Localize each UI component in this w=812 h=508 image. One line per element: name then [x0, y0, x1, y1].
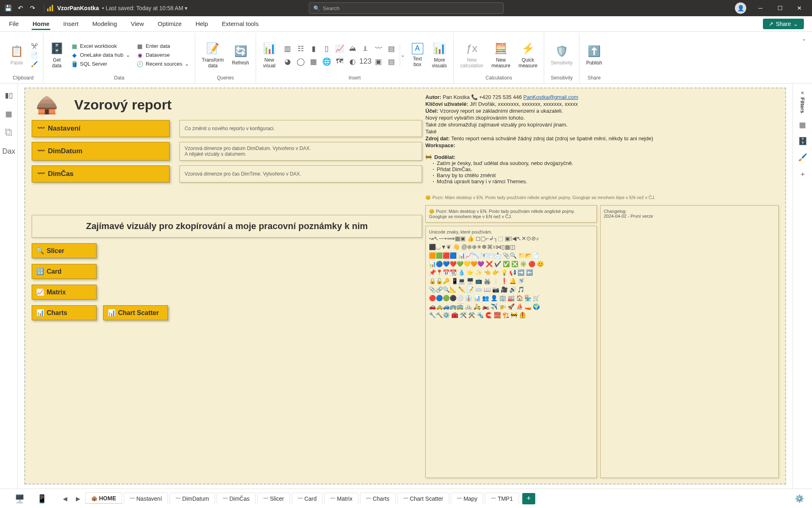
collapse-ribbon-button[interactable]: ⌄ — [799, 33, 809, 83]
table-view-icon[interactable]: ▦ — [4, 109, 14, 119]
page-tab-dimcas[interactable]: 〰DimČas — [217, 493, 256, 504]
sensitivity-button[interactable]: 🛡️Sensitivity — [548, 44, 575, 66]
page-tab-dimdatum[interactable]: 〰DimDatum — [170, 493, 215, 504]
page-tab-chart-scatter[interactable]: 〰Chart Scatter — [397, 493, 449, 504]
page-tab-home[interactable]: 🛖HOME — [85, 492, 122, 505]
nav-nastaveni[interactable]: 〰Nastavení — [32, 120, 170, 137]
canvas-area[interactable]: 🛖 Vzorový report 〰Nastavení Co změnit u … — [18, 84, 793, 489]
ribbon-chart-icon[interactable]: 〰 — [373, 43, 384, 54]
search-input[interactable]: 🔍 Search — [309, 2, 504, 14]
filled-map-icon[interactable]: 🗺 — [334, 56, 345, 67]
report-canvas[interactable]: 🛖 Vzorový report 〰Nastavení Co změnit u … — [24, 88, 786, 484]
nav-dimcas[interactable]: 〰DimČas — [32, 165, 170, 182]
btn-chart-scatter[interactable]: 📊Chart Scatter — [103, 305, 168, 320]
treemap-icon[interactable]: ▦ — [308, 56, 319, 67]
area-chart-icon[interactable]: ⛰ — [347, 43, 358, 54]
report-view-icon[interactable]: ▮▯ — [4, 90, 14, 101]
scroll-right-button[interactable]: ▶ — [72, 495, 84, 502]
visual-gallery[interactable]: ▥☷▮▯📈⛰⫫〰▤ ◕◯▦🌐🗺◐123▣▤ — [282, 43, 397, 67]
clustered-column-icon[interactable]: ▯ — [321, 43, 332, 54]
add-page-button[interactable]: + — [522, 493, 535, 504]
maximize-button[interactable]: ☐ — [771, 0, 789, 16]
btn-slicer[interactable]: 🔍Slicer — [32, 243, 97, 258]
share-button[interactable]: ↗ Share ⌄ — [763, 19, 804, 29]
visualizations-pane-icon[interactable]: ▦ — [799, 120, 806, 129]
data-pane-icon[interactable]: 🗄️ — [798, 137, 807, 146]
new-visual-button[interactable]: 📊New visual — [260, 41, 279, 69]
tab-home[interactable]: Home — [32, 18, 50, 30]
donut-chart-icon[interactable]: ◯ — [295, 56, 306, 67]
tab-modeling[interactable]: Modeling — [91, 18, 118, 30]
map-icon[interactable]: 🌐 — [321, 56, 332, 67]
scroll-left-button[interactable]: ◀ — [59, 495, 71, 502]
btn-card[interactable]: 🔢Card — [32, 264, 97, 279]
pie-chart-icon[interactable]: ◕ — [282, 56, 293, 67]
new-calculation-button[interactable]: ƒxNew calculation — [458, 41, 486, 69]
page-tab-card[interactable]: 〰Card — [292, 493, 323, 504]
btn-matrix[interactable]: 📈Matrix — [32, 285, 97, 300]
undo-icon[interactable]: ↶ — [15, 3, 25, 13]
mobile-layout-icon[interactable]: 📱 — [37, 494, 47, 504]
format-pane-icon[interactable]: 🖌️ — [798, 153, 807, 162]
avatar[interactable]: 👤 — [735, 2, 746, 14]
slicer-icon[interactable]: ▤ — [386, 56, 397, 67]
close-button[interactable]: ✕ — [790, 0, 809, 16]
line-chart-icon[interactable]: 📈 — [334, 43, 345, 54]
document-title[interactable]: VzorPanKostka • Last saved: Today at 10:… — [57, 5, 187, 11]
refresh-button[interactable]: 🔄Refresh — [230, 44, 252, 66]
visual-gallery-more[interactable]: ⌄ — [400, 44, 405, 66]
tab-external-tools[interactable]: External tools — [221, 18, 260, 30]
quick-measure-button[interactable]: ⚡Quick measure — [516, 41, 540, 69]
page-settings-button[interactable]: ⚙️ — [791, 494, 808, 503]
combo-chart-icon[interactable]: ⫫ — [360, 43, 371, 54]
tab-file[interactable]: File — [8, 18, 19, 30]
page-tab-charts[interactable]: 〰Charts — [360, 493, 395, 504]
stacked-bar-icon[interactable]: ▥ — [282, 43, 293, 54]
sql-server-button[interactable]: 🛢️SQL Server — [69, 60, 132, 68]
page-tab-tmp1[interactable]: 〰TMP1 — [485, 493, 519, 504]
paste-button[interactable]: 📋Paste — [7, 44, 26, 66]
nav-dimdatum[interactable]: 〰DimDatum — [32, 142, 170, 161]
page-tab-mapy[interactable]: 〰Mapy — [451, 493, 483, 504]
dax-view-icon[interactable]: Dax — [4, 146, 14, 156]
copy-button[interactable]: 📄 — [29, 51, 39, 59]
model-view-icon[interactable]: ⿻ — [4, 127, 14, 138]
tab-view[interactable]: View — [130, 18, 144, 30]
enter-data-button[interactable]: ▦Enter data — [135, 43, 191, 50]
card-icon[interactable]: 123 — [360, 56, 371, 67]
stacked-column-icon[interactable]: ▮ — [308, 43, 319, 54]
chevron-down-icon: ⌄ — [793, 21, 798, 27]
filters-pane-toggle[interactable]: «Filters — [799, 89, 806, 113]
clustered-bar-icon[interactable]: ☷ — [295, 43, 306, 54]
format-painter-button[interactable]: 🖌️ — [29, 60, 39, 68]
page-tab-matrix[interactable]: 〰Matrix — [324, 493, 358, 504]
add-pane-icon[interactable]: ＋ — [799, 169, 806, 179]
get-data-button[interactable]: 🗄️Get data — [47, 41, 66, 69]
waterfall-icon[interactable]: ▤ — [386, 43, 397, 54]
tab-optimize[interactable]: Optimize — [157, 18, 183, 30]
recent-sources-button[interactable]: 🕘Recent sources ⌄ — [135, 60, 191, 68]
btn-charts[interactable]: 📊Charts — [32, 305, 97, 320]
brush-icon: 🖌️ — [31, 61, 37, 67]
more-visuals-button[interactable]: 📊More visuals — [430, 41, 450, 69]
dataverse-button[interactable]: ◉Dataverse — [135, 51, 191, 59]
excel-workbook-button[interactable]: ▦Excel workbook — [69, 43, 132, 50]
gauge-icon[interactable]: ◐ — [347, 56, 358, 67]
save-icon[interactable]: 💾 — [3, 3, 13, 13]
cut-button[interactable]: ✂️ — [29, 43, 39, 50]
tab-help[interactable]: Help — [195, 18, 209, 30]
page-tab-nastaveni[interactable]: 〰Nastavení — [124, 493, 168, 504]
minimize-button[interactable]: ─ — [751, 0, 770, 16]
email-link[interactable]: PanKostka@gmail.com — [523, 94, 578, 100]
redo-icon[interactable]: ↷ — [28, 3, 37, 13]
page-tab-slicer[interactable]: 〰Slicer — [257, 493, 290, 504]
publish-button[interactable]: ⬆️Publish — [584, 44, 604, 66]
text-box-button[interactable]: AText box — [409, 42, 426, 68]
desktop-layout-icon[interactable]: 🖥️ — [15, 494, 25, 504]
transform-data-button[interactable]: 📝Transform data — [199, 41, 226, 69]
onelake-button[interactable]: ◆OneLake data hub ⌄ — [69, 51, 132, 59]
new-measure-button[interactable]: 🧮New measure — [489, 41, 513, 69]
kpi-icon[interactable]: ▣ — [373, 56, 384, 67]
quick-icon: ⚡ — [521, 42, 535, 56]
tab-insert[interactable]: Insert — [62, 18, 80, 30]
